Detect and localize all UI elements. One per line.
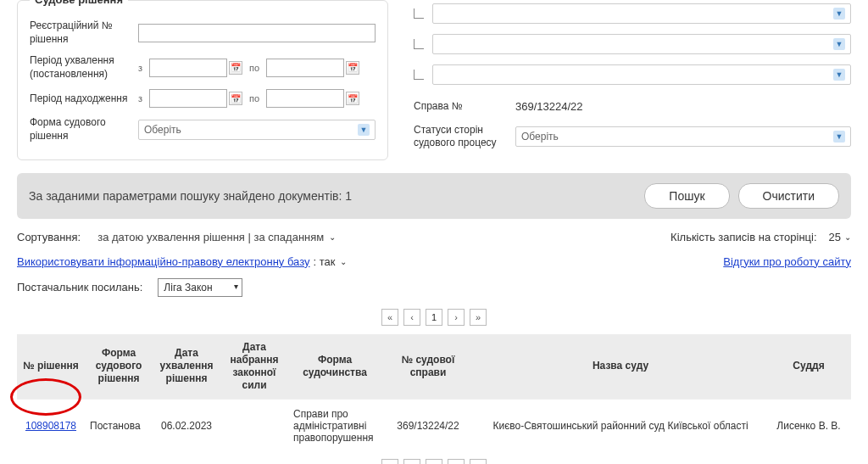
- status-label: Статуси сторін судового процесу: [414, 124, 507, 150]
- period-decision-from-input[interactable]: [149, 59, 227, 77]
- period-receipt-to-input[interactable]: [266, 89, 344, 108]
- chevron-down-icon: ▼: [833, 69, 845, 81]
- period-receipt-from-input[interactable]: [149, 89, 227, 108]
- case-no-value: 369/13224/22: [515, 100, 851, 113]
- cell-date-force: [220, 399, 288, 452]
- cell-proc-form: Справи про адміністративні правопорушенн…: [288, 399, 381, 452]
- provider-value: Ліга Закон: [164, 282, 212, 293]
- status-select-value: Оберіть: [521, 131, 559, 143]
- status-select[interactable]: Оберіть ▼: [515, 126, 851, 147]
- pager-first[interactable]: «: [381, 309, 398, 326]
- checkbox[interactable]: [414, 8, 424, 19]
- form-label: Форма судового рішення: [30, 116, 131, 143]
- court-decision-fieldset: Судове рішення Реєстраційний № рішення П…: [17, 0, 388, 160]
- sort-select[interactable]: за датою ухвалення рішення | за спадання…: [97, 231, 336, 243]
- calendar-icon[interactable]: 📅: [346, 61, 359, 75]
- cell-form: Постанова: [85, 399, 153, 452]
- th-judge: Суддя: [766, 334, 851, 400]
- pager-last[interactable]: »: [470, 309, 487, 326]
- form-select[interactable]: Оберіть ▼: [138, 120, 376, 140]
- right-select-2[interactable]: ▼: [432, 34, 851, 54]
- reg-no-label: Реєстраційний № рішення: [30, 20, 131, 46]
- table-row: 108908178 Постанова 06.02.2023 Справи пр…: [17, 399, 851, 452]
- chevron-down-icon: ⌄: [329, 232, 336, 242]
- chevron-down-icon: ▼: [358, 124, 370, 136]
- th-court: Назва суду: [475, 334, 766, 400]
- pager-top: « ‹ 1 › »: [17, 309, 851, 326]
- pager-prev[interactable]: ‹: [403, 459, 420, 464]
- chevron-down-icon[interactable]: ⌄: [340, 257, 347, 266]
- th-doc-no: № рішення: [17, 334, 85, 400]
- right-filters: ▼ ▼ ▼ Справа № 369/13224/22: [405, 0, 851, 160]
- sort-value: за датою ухвалення рішення | за спадання…: [97, 231, 324, 243]
- use-db-link[interactable]: Використовувати інформаційно-правову еле…: [17, 255, 310, 268]
- pager-prev[interactable]: ‹: [403, 309, 420, 326]
- cell-date-decision: 06.02.2023: [153, 399, 220, 452]
- reviews-link[interactable]: Відгуки про роботу сайту: [723, 255, 851, 268]
- search-button[interactable]: Пошук: [644, 183, 729, 209]
- pager-page[interactable]: 1: [426, 309, 442, 326]
- results-count-text: За заданими параметрами пошуку знайдено …: [29, 189, 352, 203]
- clear-button[interactable]: Очистити: [738, 183, 839, 209]
- period-decision-label: Період ухвалення (постановлення): [30, 54, 131, 81]
- pager-next[interactable]: ›: [448, 459, 465, 464]
- right-select-3[interactable]: ▼: [432, 64, 851, 85]
- th-form: Форма судового рішення: [85, 334, 153, 400]
- pager-first[interactable]: «: [381, 459, 398, 464]
- z-label: з: [138, 93, 142, 103]
- perpage-label: Кількість записів на сторінці:: [670, 231, 816, 243]
- th-proc-form: Форма судочинства: [288, 334, 381, 400]
- pager-next[interactable]: ›: [448, 309, 465, 326]
- fieldset-legend: Судове рішення: [30, 0, 128, 6]
- cell-case-no: 369/13224/22: [381, 399, 475, 452]
- cell-court: Києво-Святошинський районний суд Київськ…: [475, 399, 766, 452]
- perpage-value: 25: [829, 231, 841, 243]
- reg-no-input[interactable]: [138, 24, 376, 42]
- chevron-down-icon: ▼: [833, 131, 845, 143]
- case-no-label: Справа №: [414, 100, 507, 114]
- provider-select[interactable]: Ліга Закон: [158, 278, 242, 297]
- chevron-down-icon: ⌄: [844, 232, 851, 242]
- th-date-decision: Дата ухвалення рішення: [153, 334, 220, 400]
- provider-label: Постачальник посилань:: [17, 281, 142, 293]
- cell-judge: Лисенко В. В.: [766, 399, 851, 452]
- checkbox[interactable]: [414, 70, 424, 80]
- doc-no-link[interactable]: 108908178: [25, 420, 76, 432]
- use-db-suffix: : так: [314, 255, 336, 268]
- pager-bottom: « ‹ 1 › »: [17, 459, 851, 464]
- calendar-icon[interactable]: 📅: [346, 92, 359, 105]
- po-label: по: [249, 93, 259, 103]
- chevron-down-icon: ▼: [833, 8, 845, 20]
- results-table: № рішення Форма судового рішення Дата ух…: [17, 334, 851, 452]
- period-receipt-label: Період надходження: [30, 92, 131, 106]
- period-decision-to-input[interactable]: [266, 59, 344, 77]
- chevron-down-icon: ▼: [833, 38, 845, 50]
- checkbox[interactable]: [414, 39, 424, 49]
- z-label: з: [138, 63, 142, 73]
- form-select-value: Оберіть: [144, 124, 181, 136]
- right-select-1[interactable]: ▼: [432, 3, 851, 24]
- th-case-no: № судової справи: [381, 334, 475, 400]
- pager-last[interactable]: »: [470, 459, 487, 464]
- calendar-icon[interactable]: 📅: [229, 92, 242, 105]
- pager-page[interactable]: 1: [426, 459, 442, 464]
- sort-label: Сортування:: [17, 231, 81, 243]
- perpage-select[interactable]: 25 ⌄: [829, 231, 851, 243]
- th-date-force: Дата набрання законної сили: [220, 334, 288, 400]
- calendar-icon[interactable]: 📅: [229, 61, 242, 75]
- results-bar: За заданими параметрами пошуку знайдено …: [17, 173, 851, 219]
- po-label: по: [249, 63, 259, 73]
